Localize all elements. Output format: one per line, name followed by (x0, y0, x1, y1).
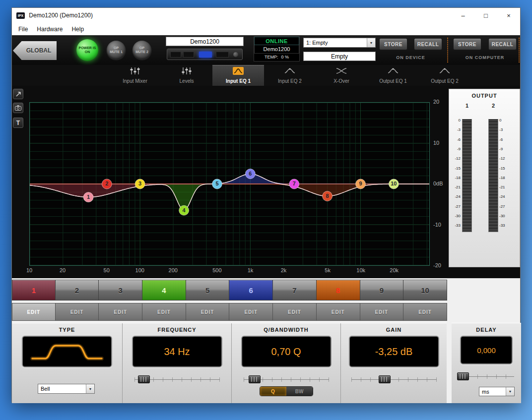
meter-bar-2 (488, 119, 498, 232)
band-edit-button-9[interactable]: EDIT (360, 303, 404, 321)
band-edit-button-3[interactable]: EDIT (99, 303, 142, 321)
eq-band-handle-2[interactable]: 2 (102, 179, 112, 189)
device-name-input[interactable]: Demo1200 (166, 37, 244, 46)
pointer-tool-button[interactable] (13, 89, 23, 99)
band-button-2[interactable]: 2 (56, 280, 99, 300)
band-edit-button-8[interactable]: EDIT (317, 303, 360, 321)
band-edit-button-2[interactable]: EDIT (56, 303, 99, 321)
tab-output-eq-1[interactable]: Output EQ 1 (367, 65, 419, 86)
band-edit-button-1[interactable]: EDIT (12, 303, 56, 321)
band-button-1[interactable]: 1 (12, 280, 56, 300)
gain-slider[interactable] (351, 375, 437, 384)
band-button-7[interactable]: 7 (273, 280, 317, 300)
close-button[interactable]: × (497, 8, 520, 23)
band-button-6[interactable]: 6 (229, 280, 273, 300)
title-bar: IPX Demo1200 (Demo1200) – □ × (12, 8, 520, 23)
op-mute-2-button[interactable]: OP MUTE 2 (133, 41, 151, 60)
tab-input-eq-1[interactable]: Input EQ 1 (212, 65, 264, 86)
filter-type-select[interactable]: Bell ▼ (38, 384, 95, 394)
slider-handle[interactable] (249, 375, 261, 383)
menu-file[interactable]: File (14, 24, 32, 35)
delay-display: 0,000 (460, 336, 513, 364)
slider-track (351, 379, 437, 380)
minimize-button[interactable]: – (452, 8, 474, 23)
band-select-row: 12345678910 (12, 280, 447, 300)
slider-handle[interactable] (379, 375, 391, 383)
preset-name-input[interactable]: Empty (303, 52, 376, 61)
delay-unit-select[interactable]: ms ▼ (479, 387, 515, 396)
meter-scale-label: -9 (450, 147, 461, 151)
temp-value: 0 % (281, 55, 289, 60)
preset-select-value: 1: Empty (304, 38, 367, 47)
meter-scale-left: 0-3-6-9-12-15-18-21-24-27-30-33 (450, 89, 461, 267)
preset-select[interactable]: 1: Empty ▼ (303, 38, 376, 48)
eq-plot[interactable]: 12345678910 (30, 103, 429, 265)
maximize-button[interactable]: □ (474, 8, 497, 23)
eq-band-handle-7[interactable]: 7 (289, 179, 299, 189)
band-button-5[interactable]: 5 (186, 280, 230, 300)
delay-slider[interactable] (459, 372, 514, 381)
snapshot-tool-button[interactable] (13, 103, 23, 113)
eq-band-handle-8[interactable]: 8 (323, 191, 332, 201)
svg-text:5: 5 (215, 180, 218, 186)
bw-toggle-button[interactable]: BW (286, 387, 313, 396)
band-button-8[interactable]: 8 (317, 280, 360, 300)
slider-handle[interactable] (457, 372, 469, 380)
gain-display: -3,25 dB (349, 336, 439, 367)
delay-title: DELAY (452, 327, 521, 333)
store-on-device-button[interactable]: STORE (379, 38, 407, 50)
meter-scale-label: -18 (499, 176, 512, 180)
recall-on-device-button[interactable]: RECALL (414, 38, 442, 50)
menu-help[interactable]: Help (67, 24, 88, 35)
store-on-computer-button[interactable]: STORE (453, 38, 481, 50)
x-tick-500: 500 (207, 267, 227, 273)
dropdown-arrow-icon[interactable]: ▼ (86, 384, 94, 393)
power-button[interactable]: POWER IS ON (76, 39, 98, 61)
eq-band-handle-4[interactable]: 4 (179, 205, 189, 215)
dropdown-arrow-icon[interactable]: ▼ (506, 387, 514, 396)
tab-output-eq-2[interactable]: Output EQ 2 (419, 65, 470, 86)
band-button-9[interactable]: 9 (360, 280, 404, 300)
frequency-display: 34 Hz (132, 336, 222, 367)
band-edit-button-10[interactable]: EDIT (403, 303, 447, 321)
eq-band-handle-3[interactable]: 3 (135, 179, 145, 189)
global-button[interactable]: GLOBAL (13, 41, 57, 60)
tab-x-over[interactable]: X-Over (316, 65, 367, 86)
eq-band-handle-5[interactable]: 5 (212, 179, 222, 189)
band-edit-button-6[interactable]: EDIT (229, 303, 273, 321)
q-slider[interactable] (244, 375, 329, 384)
band-edit-button-7[interactable]: EDIT (273, 303, 317, 321)
text-tool-icon: T (16, 120, 20, 126)
frequency-slider[interactable] (134, 375, 220, 384)
on-computer-label: ON COMPUTER (453, 55, 517, 60)
band-button-3[interactable]: 3 (99, 280, 142, 300)
recall-on-computer-button[interactable]: RECALL (488, 38, 517, 50)
band-button-10[interactable]: 10 (403, 280, 447, 300)
camera-icon (15, 105, 21, 111)
gain-title: GAIN (341, 327, 447, 333)
slider-handle[interactable] (138, 375, 150, 383)
op-mute-1-button[interactable]: OP MUTE 1 (107, 41, 126, 60)
output-meter-panel: OUTPUT 1 2 0-3-6-9-12-15-18-21-24-27-30-… (449, 89, 520, 267)
eq-band-handle-10[interactable]: 10 (389, 179, 399, 189)
dropdown-arrow-icon[interactable]: ▼ (367, 38, 375, 47)
menu-hardware[interactable]: Hardware (32, 24, 67, 35)
text-tool-button[interactable]: T (13, 118, 23, 128)
panel-frequency: FREQUENCY 34 Hz (122, 323, 231, 403)
delay-unit-value: ms (479, 387, 506, 396)
tab-input-mixer[interactable]: Input Mixer (109, 65, 161, 86)
band-edit-button-5[interactable]: EDIT (186, 303, 230, 321)
on-device-label: ON DEVICE (379, 55, 442, 60)
eq-band-handle-9[interactable]: 9 (356, 179, 366, 189)
band-button-4[interactable]: 4 (142, 280, 186, 300)
svg-text:6: 6 (249, 171, 252, 177)
eq-band-handle-1[interactable]: 1 (83, 192, 93, 202)
tab-bar: Input MixerLevelsInput EQ 1Input EQ 2X-O… (12, 65, 520, 86)
q-toggle-button[interactable]: Q (260, 387, 286, 396)
tab-levels[interactable]: Levels (161, 65, 212, 86)
meter-scale-label: -6 (499, 137, 512, 142)
band-edit-button-4[interactable]: EDIT (142, 303, 186, 321)
connection-status-panel: ONLINE Demo1200 TEMP: 0 % (254, 36, 300, 61)
eq-band-handle-6[interactable]: 6 (245, 169, 255, 179)
tab-input-eq-2[interactable]: Input EQ 2 (264, 65, 316, 86)
